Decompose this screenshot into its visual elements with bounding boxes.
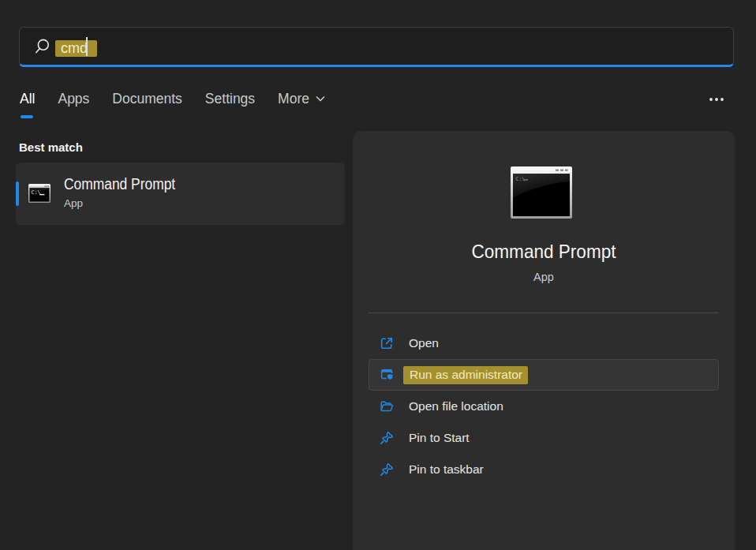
search-query-text: cmd — [61, 40, 88, 56]
panel-title: Command Prompt — [365, 241, 724, 263]
selected-tab-underline — [21, 115, 33, 118]
svg-text:C:\: C:\ — [31, 189, 40, 196]
tab-all[interactable]: All — [20, 90, 35, 107]
panel-subtitle: App — [353, 270, 735, 284]
pin-icon — [380, 462, 394, 477]
search-input[interactable]: cmd — [55, 40, 97, 57]
action-run-as-administrator[interactable]: Run as administrator — [369, 359, 719, 391]
result-title: Command Prompt — [64, 174, 175, 193]
command-prompt-icon: C:\ — [28, 184, 51, 203]
tab-settings[interactable]: Settings — [205, 90, 255, 107]
chevron-down-icon — [316, 95, 325, 102]
ellipsis-icon[interactable] — [709, 96, 724, 103]
text-caret — [86, 37, 88, 56]
action-label: Open file location — [409, 399, 503, 413]
action-open-file-location[interactable]: Open file location — [369, 391, 719, 422]
action-label: Open — [409, 336, 439, 350]
magnifier-icon — [35, 38, 52, 55]
action-pin-to-taskbar[interactable]: Pin to taskbar — [369, 454, 719, 485]
open-external-icon — [380, 336, 394, 350]
tab-apps[interactable]: Apps — [58, 90, 89, 107]
best-match-result[interactable]: C:\ Command Prompt App — [16, 163, 345, 225]
search-box[interactable]: cmd — [19, 27, 734, 67]
tab-documents[interactable]: Documents — [112, 90, 182, 107]
divider — [369, 312, 719, 313]
svg-text:C:\: C:\ — [516, 176, 526, 182]
pin-icon — [380, 431, 394, 445]
tab-more[interactable]: More — [278, 90, 325, 107]
run-as-admin-icon — [380, 368, 395, 382]
selection-accent-bar — [16, 181, 19, 206]
action-open[interactable]: Open — [369, 327, 719, 359]
action-label-highlighted: Run as administrator — [403, 366, 528, 384]
result-subtitle: App — [64, 196, 83, 210]
action-label: Pin to Start — [409, 431, 470, 445]
action-list: Open Run as administrator Open file loca… — [369, 327, 719, 485]
search-query-highlight: cmd — [55, 40, 97, 57]
preview-panel: C:\ Command Prompt App Open Run — [353, 131, 735, 550]
command-prompt-icon-large: C:\ — [511, 166, 572, 219]
action-label: Pin to taskbar — [409, 462, 484, 477]
search-filter-tabs: All Apps Documents Settings More — [20, 90, 325, 107]
folder-icon — [380, 399, 394, 413]
windows-search-flyout: cmd All Apps Documents Settings More Bes… — [0, 0, 756, 550]
best-match-heading: Best match — [19, 141, 83, 154]
action-pin-to-start[interactable]: Pin to Start — [369, 422, 719, 454]
